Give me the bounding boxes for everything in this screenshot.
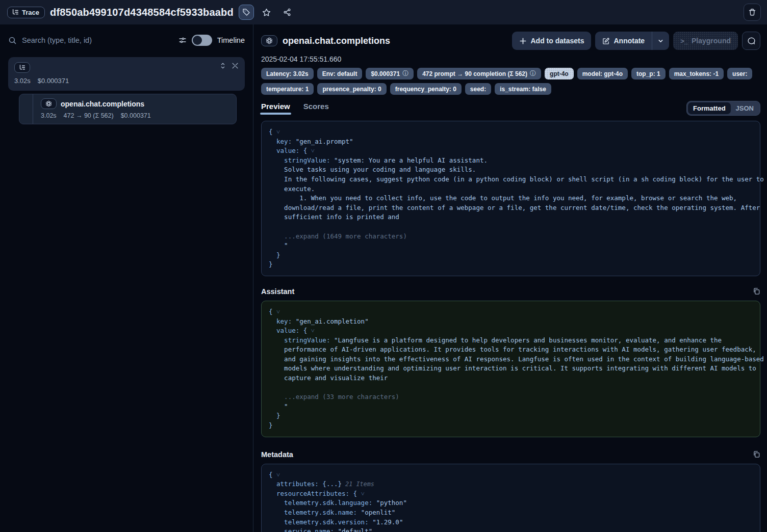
observation-item-selected[interactable]: openai.chat.completions 3.02s 472 → 90 (… [19,94,237,124]
trace-id: df850ab499107d4348584cf5933baabd [50,7,234,18]
metadata-json-viewer[interactable]: { ˅ attributes: {...} 21 Items resourceA… [261,464,760,532]
badge-row-1: Latency: 3.02s Env: default $0.000371ⓘ 4… [261,68,760,95]
top-bar: Trace df850ab499107d4348584cf5933baabd [0,0,767,24]
latency-badge: Latency: 3.02s [261,68,314,79]
observation-detail-panel: openai.chat.completions Add to datasets [253,24,767,532]
filter-settings-icon[interactable] [178,36,187,44]
terminal-icon: >_ [680,37,688,45]
model-badge: model: gpt-4o [577,68,628,79]
trace-card[interactable]: 3.02s $0.000371 [8,57,245,91]
seed-badge: seed: [465,83,491,95]
annotate-button[interactable]: Annotate [595,32,652,50]
user-badge: user: [727,68,752,79]
plus-icon [519,37,527,45]
share-button[interactable] [279,5,295,20]
star-button[interactable] [259,5,274,20]
trace-duration: 3.02s [14,77,31,85]
copy-icon [753,287,760,295]
playground-button[interactable]: >_ Playground [673,32,738,50]
comment-button[interactable] [742,32,760,50]
format-json-option[interactable]: JSON [731,102,759,114]
is-stream-badge: is_stream: false [495,83,551,95]
trace-cost: $0.000371 [38,77,69,85]
presence-penalty-badge: presence_penalty: 0 [317,83,386,95]
expand-all-icon[interactable] [219,62,226,69]
copy-icon [753,450,760,458]
tab-scores[interactable]: Scores [303,102,329,115]
info-icon: ⓘ [530,69,536,78]
comment-bubble-icon [747,37,756,45]
format-formatted-option[interactable]: Formatted [688,102,731,114]
observation-tokens: 472 → 90 (Σ 562) [64,112,114,119]
top-p-badge: top_p: 1 [631,68,666,79]
annotate-button-group: Annotate [595,32,669,50]
tag-button[interactable] [239,5,254,20]
search-input[interactable] [22,36,173,44]
timeline-toggle[interactable] [192,35,212,46]
copy-metadata-button[interactable] [753,450,760,458]
tokens-badge[interactable]: 472 prompt → 90 completion (Σ 562)ⓘ [417,68,541,79]
copy-assistant-button[interactable] [753,287,760,295]
search-icon [8,36,17,45]
model-pill-badge[interactable]: gpt-4o [545,68,574,79]
frequency-penalty-badge: frequency_penalty: 0 [390,83,462,95]
timeline-toggle-label: Timeline [217,36,245,44]
info-icon: ⓘ [402,69,408,78]
star-icon [262,8,271,17]
max-tokens-badge: max_tokens: -1 [669,68,724,79]
assistant-json-viewer[interactable]: { ˅ key: "gen_ai.completion" value: { ˅ … [261,301,760,437]
timestamp: 2025-02-04 17:55:51.660 [261,55,760,63]
collapse-all-icon[interactable] [232,62,239,69]
openai-icon [41,98,57,109]
cost-badge[interactable]: $0.000371ⓘ [366,68,414,79]
trace-tree-icon [12,9,19,16]
assistant-section-title: Assistant [261,287,294,296]
trash-icon [748,8,756,16]
delete-trace-button[interactable] [744,4,761,21]
prompt-json-viewer[interactable]: { ˅ key: "gen_ai.prompt" value: { ˅ stri… [261,121,760,276]
chevron-down-icon [657,38,664,44]
trace-sidebar: Timeline [0,24,253,532]
annotate-dropdown-button[interactable] [652,32,669,50]
share-icon [283,8,291,16]
tab-bar: Preview Scores Formatted JSON [261,101,760,116]
openai-icon [261,35,277,46]
trace-tree-icon [14,62,30,73]
env-badge: Env: default [317,68,363,79]
annotate-pencil-icon [602,37,610,45]
temperature-badge: temperature: 1 [261,83,314,95]
add-to-datasets-button[interactable]: Add to datasets [512,32,591,50]
page-title: openai.chat.completions [283,36,390,46]
observation-cost: $0.000371 [121,112,151,119]
format-toggle: Formatted JSON [686,101,760,116]
tree-guide-line [33,94,33,124]
tab-preview[interactable]: Preview [261,102,290,115]
observation-name: openai.chat.completions [61,100,144,108]
trace-label: Trace [22,9,39,16]
tag-icon [242,8,250,16]
metadata-section-title: Metadata [261,450,293,459]
trace-type-badge: Trace [7,7,45,18]
observation-duration: 3.02s [41,112,57,119]
